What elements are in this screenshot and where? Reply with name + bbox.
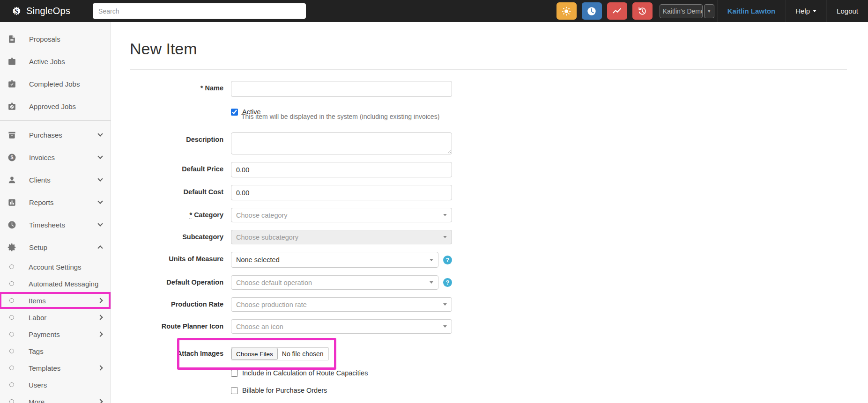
page-title: New Item	[130, 40, 847, 58]
trending-chart-icon	[612, 6, 622, 16]
company-select[interactable]: Kaitlin's Demo	[660, 4, 703, 18]
user-profile-link[interactable]: Kaitlin Lawton	[718, 0, 786, 22]
sidebar-item-label: Approved Jobs	[29, 103, 102, 110]
briefcase-check-icon	[7, 80, 16, 88]
chevron-down-icon	[97, 154, 103, 159]
sidebar-item-labor[interactable]: Labor	[0, 309, 111, 326]
sidebar-item-tags[interactable]: Tags	[0, 343, 111, 359]
title-divider	[130, 69, 847, 70]
sidebar-item-payments[interactable]: Payments	[0, 326, 111, 343]
billable-po-label: Billable for Purchase Orders	[242, 387, 327, 394]
brand-logo[interactable]: S SingleOps	[0, 5, 80, 17]
sidebar-item-label: Account Settings	[29, 263, 102, 271]
sidebar-item-reports[interactable]: Reports	[0, 191, 111, 213]
sidebar-item-label: Clients	[29, 176, 98, 184]
chevron-down-icon	[97, 221, 103, 226]
sidebar-item-label: Proposals	[29, 35, 102, 43]
company-select-caret[interactable]: ▼	[704, 4, 714, 18]
sidebar-item-setup[interactable]: Setup	[0, 236, 111, 258]
logout-link[interactable]: Logout	[827, 0, 868, 22]
gear-icon	[7, 243, 16, 252]
name-input[interactable]	[231, 81, 452, 97]
route-capacities-checkbox-row: Include in Calculation of Route Capaciti…	[231, 369, 847, 377]
default-operation-select[interactable]: Choose default operation	[231, 275, 438, 290]
category-select[interactable]: Choose category	[231, 208, 452, 222]
daily-view-button[interactable]	[556, 2, 577, 20]
sidebar-item-label: Items	[29, 297, 98, 305]
default-cost-input[interactable]	[231, 185, 452, 200]
form-row-units-of-measure: Units of Measure None selected ?	[130, 252, 847, 268]
document-icon	[7, 35, 16, 44]
active-checkbox[interactable]	[231, 109, 238, 116]
main-content: New Item * Name Active This item will be…	[111, 22, 868, 394]
form-row-description: Description	[130, 132, 847, 154]
route-capacities-label: Include in Calculation of Route Capaciti…	[242, 369, 368, 377]
choose-files-button[interactable]: Choose Files	[231, 348, 278, 360]
search-input[interactable]	[93, 3, 306, 19]
sidebar-item-items[interactable]: Items	[0, 292, 111, 309]
sidebar-item-label: Completed Jobs	[29, 80, 102, 88]
sidebar-item-purchases[interactable]: Purchases	[0, 124, 111, 146]
sidebar-item-templates[interactable]: Templates	[0, 359, 111, 376]
form-row-name: * Name	[130, 81, 847, 97]
sidebar-item-active-jobs[interactable]: Active Jobs	[0, 50, 111, 73]
sidebar-item-proposals[interactable]: Proposals	[0, 28, 111, 50]
route-planner-icon-select[interactable]: Choose an icon	[231, 319, 452, 334]
chevron-right-icon	[97, 399, 103, 403]
bullet-circle-icon	[9, 399, 14, 403]
form-row-default-price: Default Price	[130, 162, 847, 177]
production-rate-select[interactable]: Choose production rate	[231, 297, 452, 312]
chevron-down-icon	[97, 176, 103, 181]
sidebar-item-leads[interactable]: Leads	[0, 22, 111, 28]
chevron-right-icon	[97, 298, 103, 303]
metrics-button[interactable]	[607, 2, 627, 20]
default-price-input[interactable]	[231, 162, 452, 177]
sidebar-item-completed-jobs[interactable]: Completed Jobs	[0, 73, 111, 95]
units-of-measure-select[interactable]: None selected	[231, 252, 438, 268]
sidebar-item-clients[interactable]: Clients	[0, 169, 111, 191]
chevron-right-icon	[97, 365, 103, 370]
sidebar-item-users[interactable]: Users	[0, 376, 111, 393]
route-capacities-checkbox[interactable]	[231, 370, 238, 377]
history-clock-icon	[637, 6, 647, 16]
bullet-circle-icon	[9, 315, 14, 320]
sidebar-item-label: Templates	[29, 364, 98, 372]
bullet-circle-icon	[9, 382, 14, 387]
category-label-text: Category	[194, 211, 223, 219]
chevron-right-icon	[97, 315, 103, 320]
dollar-circle-icon: $	[7, 153, 16, 162]
person-icon	[7, 176, 16, 184]
sidebar-item-timesheets[interactable]: Timesheets	[0, 213, 111, 236]
bullet-circle-icon	[9, 281, 14, 286]
help-menu[interactable]: Help	[786, 0, 826, 22]
time-clock-button[interactable]	[582, 2, 602, 20]
file-input[interactable]: Choose Files No file chosen	[231, 347, 329, 360]
sidebar-item-label: Timesheets	[29, 221, 98, 229]
help-icon[interactable]: ?	[443, 256, 452, 264]
billable-po-checkbox[interactable]	[231, 387, 238, 394]
default-operation-placeholder: Choose default operation	[236, 279, 426, 286]
sidebar-item-automated-messaging[interactable]: Automated Messaging	[0, 275, 111, 292]
sidebar-item-account-settings[interactable]: Account Settings	[0, 258, 111, 275]
bar-chart-icon	[7, 198, 16, 207]
sidebar-divider	[0, 120, 111, 121]
singleops-gear-icon: S	[10, 5, 22, 17]
chevron-down-icon	[430, 259, 433, 261]
sidebar-item-approved-jobs[interactable]: Approved Jobs	[0, 95, 111, 117]
description-label: Description	[130, 132, 223, 143]
billable-po-checkbox-row: Billable for Purchase Orders	[231, 387, 847, 394]
description-textarea[interactable]	[231, 132, 452, 154]
sidebar-item-label: Invoices	[29, 154, 98, 161]
sidebar-nav: Leads Proposals Active Jobs Completed Jo…	[0, 22, 111, 403]
sidebar-item-label: More	[29, 398, 98, 403]
help-icon[interactable]: ?	[443, 278, 452, 287]
subcategory-label: Subcategory	[130, 230, 223, 241]
form-row-subcategory: Subcategory Choose subcategory	[130, 230, 847, 244]
category-placeholder: Choose category	[236, 212, 439, 219]
route-planner-icon-label: Route Planner Icon	[130, 319, 223, 330]
sidebar-item-invoices[interactable]: $ Invoices	[0, 146, 111, 169]
sidebar-item-more[interactable]: More	[0, 393, 111, 403]
history-button[interactable]	[632, 2, 653, 20]
brand-name: SingleOps	[26, 6, 70, 16]
name-label: * Name	[130, 81, 223, 92]
